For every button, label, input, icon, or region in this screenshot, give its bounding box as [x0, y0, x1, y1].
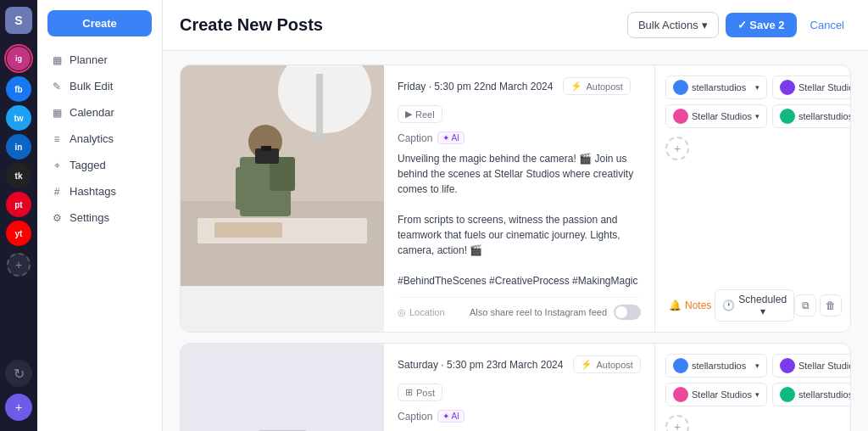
- avatar-instagram-1[interactable]: ig: [4, 44, 33, 73]
- analytics-icon: ≡: [51, 133, 63, 145]
- notes-icon: 🔔: [669, 299, 682, 311]
- account-grid-1: stellarstudios ▾ Stellar Studios ▾: [665, 76, 840, 128]
- avatar-linkedin[interactable]: in: [6, 134, 31, 160]
- sparkle-icon-2: ✦: [442, 411, 449, 421]
- sidebar-item-planner[interactable]: ▦ Planner: [37, 47, 162, 73]
- header-actions: Bulk Actions ▾ ✓ Save 2 Cancel: [627, 12, 851, 38]
- share-toggle-area-1: Also share reel to Instagram feed: [470, 305, 641, 320]
- share-reel-toggle-1[interactable]: [614, 305, 641, 320]
- icon-actions-1: ⧉ 🗑: [794, 294, 842, 316]
- avatar-youtube[interactable]: yt: [6, 221, 31, 246]
- posts-container: Friday · 5:30 pm 22nd March 2024 ⚡ Autop…: [163, 51, 868, 431]
- save-button[interactable]: ✓ Save 2: [726, 13, 797, 37]
- account-tag-1b[interactable]: Stellar Studios ▾: [772, 76, 851, 99]
- account-tag-2a[interactable]: stellarstudios ▾: [665, 354, 767, 378]
- schedule-icon[interactable]: ↻: [5, 360, 32, 387]
- account-tag-1c[interactable]: Stellar Studios ▾: [665, 104, 767, 128]
- post-image-1: [181, 65, 384, 332]
- svg-rect-11: [261, 146, 271, 151]
- page-title: Create New Posts: [180, 15, 323, 35]
- settings-icon: ⚙: [51, 212, 63, 224]
- account-tag-2c[interactable]: Stellar Studios ▾: [665, 383, 767, 406]
- tagged-icon: ⌖: [51, 160, 63, 171]
- account-tag-1d[interactable]: stellarstudios ▾: [772, 104, 851, 128]
- user-initial[interactable]: S: [5, 7, 32, 34]
- post-meta-2: Saturday · 5:30 pm 23rd March 2024 ⚡ Aut…: [398, 355, 641, 401]
- location-icon: ◎: [398, 307, 406, 318]
- sparkle-icon: ✦: [442, 133, 449, 143]
- plus-circle-button[interactable]: +: [5, 394, 32, 421]
- location-button-1[interactable]: ◎ Location: [398, 307, 445, 318]
- avatar-twitter[interactable]: tw: [6, 105, 31, 131]
- add-account-button[interactable]: +: [7, 253, 31, 277]
- create-button[interactable]: Create: [47, 10, 152, 36]
- add-account-to-post-1[interactable]: +: [665, 137, 689, 160]
- page-header: Create New Posts Bulk Actions ▾ ✓ Save 2…: [163, 0, 868, 51]
- post-card-1: Friday · 5:30 pm 22nd March 2024 ⚡ Autop…: [180, 64, 851, 333]
- account-tag-2d[interactable]: stellarstudios ▾: [772, 383, 851, 406]
- post-date-1: Friday · 5:30 pm 22nd March 2024: [398, 81, 553, 92]
- cancel-button[interactable]: Cancel: [804, 13, 851, 37]
- calendar-icon: ▦: [51, 107, 63, 119]
- avatar-pinterest[interactable]: pt: [6, 192, 31, 217]
- account-tag-1a[interactable]: stellarstudios ▾: [665, 76, 767, 99]
- sidebar-item-settings[interactable]: ⚙ Settings: [37, 204, 162, 231]
- chevron-icon-5: ▾: [755, 361, 760, 370]
- sidebar-item-hashtags[interactable]: # Hashtags: [37, 178, 162, 204]
- sidebar: Create ▦ Planner ✎ Bulk Edit ▦ Calendar …: [37, 0, 163, 431]
- hashtags-icon: #: [51, 186, 63, 198]
- scheduled-button-1[interactable]: 🕐 Scheduled ▾: [715, 289, 794, 322]
- post-sidebar-2: stellarstudios ▾ Stellar Studios ▾: [655, 344, 850, 431]
- reel-icon: ▶: [405, 109, 412, 120]
- post-date-2: Saturday · 5:30 pm 23rd March 2024: [398, 359, 563, 371]
- post-meta-1: Friday · 5:30 pm 22nd March 2024 ⚡ Autop…: [398, 77, 641, 123]
- chevron-icon-7: ▾: [755, 390, 760, 399]
- autopost-icon: ⚡: [570, 81, 582, 92]
- ai-badge-1: ✦ AI: [437, 132, 464, 144]
- chevron-down-icon: ▾: [702, 19, 708, 31]
- svg-rect-3: [214, 222, 282, 238]
- sidebar-item-calendar[interactable]: ▦ Calendar: [37, 99, 162, 126]
- post-footer-1: ◎ Location Also share reel to Instagram …: [398, 297, 641, 320]
- add-account-to-post-2[interactable]: +: [665, 415, 689, 431]
- type-badge-2[interactable]: ⊞ Post: [398, 383, 442, 401]
- chevron-icon-3: ▾: [755, 112, 760, 120]
- account-grid-2: stellarstudios ▾ Stellar Studios ▾: [665, 354, 840, 406]
- ai-badge-2: ✦ AI: [437, 410, 464, 423]
- icon-bar: S ig fb tw in tk pt yt + ↻ +: [0, 0, 37, 431]
- account-tag-2b[interactable]: Stellar Studios ▾: [772, 354, 851, 378]
- copy-button-1[interactable]: ⧉: [794, 294, 816, 316]
- caption-label-2: Caption ✦ AI: [398, 410, 641, 423]
- clock-icon: 🕐: [722, 299, 735, 311]
- caption-label-1: Caption ✦ AI: [398, 132, 641, 144]
- sidebar-item-bulk-edit[interactable]: ✎ Bulk Edit: [37, 73, 162, 99]
- main-content: Create New Posts Bulk Actions ▾ ✓ Save 2…: [163, 0, 868, 431]
- sidebar-nav: ▦ Planner ✎ Bulk Edit ▦ Calendar ≡ Analy…: [37, 47, 162, 231]
- autopost-badge-2[interactable]: ⚡ Autopost: [573, 355, 640, 373]
- planner-icon: ▦: [51, 54, 63, 66]
- chevron-icon: ▾: [755, 83, 760, 92]
- svg-rect-8: [236, 167, 253, 210]
- notes-button-1[interactable]: 🔔 Notes: [665, 296, 715, 315]
- type-badge-1[interactable]: ▶ Reel: [398, 105, 442, 123]
- post-sidebar-1: stellarstudios ▾ Stellar Studios ▾: [655, 65, 850, 332]
- autopost-badge-1[interactable]: ⚡ Autopost: [563, 77, 630, 95]
- post-sidebar-footer-1: 🔔 Notes 🕐 Scheduled ▾ ⧉ 🗑: [665, 289, 840, 322]
- delete-button-1[interactable]: 🗑: [820, 294, 842, 316]
- caption-text-1[interactable]: Unveiling the magic behind the camera! 🎬…: [398, 151, 641, 288]
- sidebar-item-tagged[interactable]: ⌖ Tagged: [37, 152, 162, 178]
- post-content-2: Saturday · 5:30 pm 23rd March 2024 ⚡ Aut…: [384, 344, 655, 431]
- upload-area-2[interactable]: + Images or Videos: [181, 344, 384, 431]
- post-card-2: + Images or Videos Saturday · 5:30 pm 23…: [180, 343, 851, 431]
- post-type-icon: ⊞: [405, 387, 413, 398]
- svg-rect-5: [316, 74, 323, 142]
- bulk-actions-button[interactable]: Bulk Actions ▾: [627, 12, 719, 38]
- autopost-icon-2: ⚡: [581, 359, 593, 370]
- avatar-facebook[interactable]: fb: [6, 76, 31, 102]
- post-content-1: Friday · 5:30 pm 22nd March 2024 ⚡ Autop…: [384, 65, 655, 332]
- sidebar-item-analytics[interactable]: ≡ Analytics: [37, 126, 162, 152]
- avatar-tiktok[interactable]: tk: [6, 163, 31, 188]
- bulk-edit-icon: ✎: [51, 81, 63, 92]
